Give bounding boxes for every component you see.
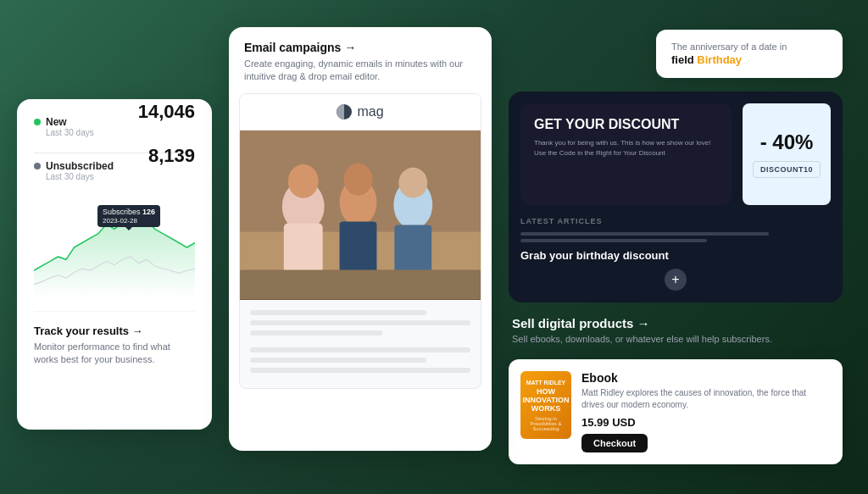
discount-pill: - 40% DISCOUNT10 xyxy=(743,103,831,205)
ebook-author: MATT RIDLEY xyxy=(526,380,566,386)
discount-section: GET YOUR DISCOUNT Thank you for being wi… xyxy=(520,103,831,205)
svg-rect-13 xyxy=(240,270,481,300)
mag-icon xyxy=(337,104,352,119)
ebook-info: Ebook Matt Ridley explores the causes of… xyxy=(581,371,831,452)
ebook-cover-sub: Seizing in Possibilities & Succeeding xyxy=(526,416,566,431)
email-card-title[interactable]: Email campaigns → xyxy=(244,41,476,54)
unsub-stat: Unsubscribed Last 30 days 8,139 xyxy=(34,160,195,181)
add-button[interactable]: + xyxy=(665,269,687,291)
email-content-lines xyxy=(240,300,481,388)
email-card-desc: Create engaging, dynamic emails in minut… xyxy=(244,58,476,84)
discount-banner-text: Thank you for being with us. This is how… xyxy=(534,138,719,157)
unsub-value: 8,139 xyxy=(148,145,195,167)
new-stat: New Last 30 days 14,046 xyxy=(34,116,195,137)
birthday-title: field Birthday xyxy=(671,53,827,66)
main-container: New Last 30 days 14,046 Unsubscribed Las… xyxy=(0,0,868,494)
ebook-type: Ebook xyxy=(581,371,831,385)
new-sublabel: Last 30 days xyxy=(46,128,94,137)
articles-wrapper: LATEST ARTICLES Grab your birthday disco… xyxy=(520,217,831,291)
chart-tooltip: Subscribes 126 2023-02-28 xyxy=(97,205,160,227)
dark-section: GET YOUR DISCOUNT Thank you for being wi… xyxy=(509,92,843,303)
green-dot xyxy=(34,119,41,125)
checkout-button[interactable]: Checkout xyxy=(581,434,648,452)
email-photo xyxy=(240,130,481,299)
content-line-5 xyxy=(250,358,426,363)
ebook-card: MATT RIDLEY HOW INNOVATION WORKS Seizing… xyxy=(509,359,843,464)
discount-banner: GET YOUR DISCOUNT Thank you for being wi… xyxy=(520,103,732,205)
email-preview: mag xyxy=(239,93,481,388)
discount-code: DISCOUNT10 xyxy=(753,161,821,178)
content-line-3 xyxy=(250,330,382,336)
track-desc: Monitor performance to find what works b… xyxy=(34,341,195,367)
articles-title: Grab your birthday discount xyxy=(520,249,831,262)
track-section: Track your results → Monitor performance… xyxy=(34,311,195,367)
content-line-4 xyxy=(250,347,470,352)
email-card-header: Email campaigns → Create engaging, dynam… xyxy=(229,27,492,94)
svg-point-9 xyxy=(344,164,373,196)
new-label: New xyxy=(34,116,94,128)
digital-desc: Sell ebooks, downloads, or whatever else… xyxy=(512,333,839,346)
ebook-cover: MATT RIDLEY HOW INNOVATION WORKS Seizing… xyxy=(520,371,571,439)
email-preview-header: mag xyxy=(240,94,481,130)
gray-dot xyxy=(34,163,41,169)
ebook-price: 15.99 USD xyxy=(581,416,831,429)
ebook-desc: Matt Ridley explores the causes of innov… xyxy=(581,387,831,411)
articles-label: LATEST ARTICLES xyxy=(520,217,831,225)
content-line-6 xyxy=(250,368,470,373)
chart-area: Subscribes 126 2023-02-28 xyxy=(34,197,195,298)
birthday-card: The anniversary of a date in field Birth… xyxy=(656,30,843,78)
track-title[interactable]: Track your results → xyxy=(34,325,195,337)
discount-percent: - 40% xyxy=(760,130,814,154)
birthday-subtitle: The anniversary of a date in xyxy=(671,42,827,52)
mag-logo: mag xyxy=(250,104,470,119)
svg-point-12 xyxy=(398,168,427,198)
photo-svg xyxy=(240,130,481,299)
discount-banner-title: GET YOUR DISCOUNT xyxy=(534,117,719,132)
stats-card: New Last 30 days 14,046 Unsubscribed Las… xyxy=(17,99,212,430)
svg-point-6 xyxy=(288,164,319,198)
unsub-sublabel: Last 30 days xyxy=(46,172,114,181)
content-line-1 xyxy=(250,310,426,315)
articles-lines xyxy=(520,232,831,242)
right-panel: The anniversary of a date in field Birth… xyxy=(509,30,843,464)
email-card: Email campaigns → Create engaging, dynam… xyxy=(229,27,492,451)
ebook-cover-title: HOW INNOVATION WORKS xyxy=(522,388,569,414)
content-line-2 xyxy=(250,320,470,325)
digital-title[interactable]: Sell digital products → xyxy=(512,316,839,330)
unsub-label: Unsubscribed xyxy=(34,160,114,172)
digital-section: Sell digital products → Sell ebooks, dow… xyxy=(509,316,843,346)
new-value: 14,046 xyxy=(138,101,195,123)
